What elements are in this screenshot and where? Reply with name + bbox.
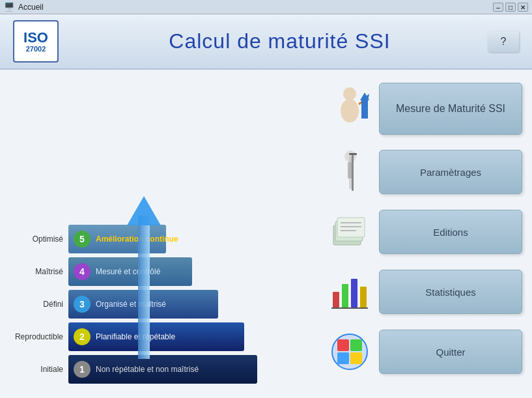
quitter-button[interactable]: Quitter <box>379 330 522 374</box>
editions-button[interactable]: Editions <box>379 210 522 254</box>
svg-rect-26 <box>337 339 349 351</box>
svg-rect-12 <box>349 153 357 155</box>
maximize-button[interactable]: □ <box>505 3 516 12</box>
statistiques-button[interactable]: Statistiques <box>379 270 522 314</box>
right-panel: Mesure de Maturité SSI Paramètrages <box>327 79 522 388</box>
level-3-number: 3 <box>74 296 91 313</box>
row-quitter: Quitter <box>327 326 522 378</box>
help-button[interactable]: ? <box>488 31 519 52</box>
pages-icon <box>330 212 369 251</box>
mesure-maturite-button[interactable]: Mesure de Maturité SSI <box>379 83 522 135</box>
level-5-number: 5 <box>74 231 91 248</box>
level-4-label: Maîtrisé <box>10 267 68 276</box>
iso-number: 27002 <box>26 45 46 53</box>
close-button[interactable]: ✕ <box>518 3 528 12</box>
worker-icon <box>332 150 368 194</box>
svg-rect-20 <box>342 284 348 307</box>
svg-rect-0 <box>138 216 150 359</box>
editions-icon-area <box>327 209 372 255</box>
level-2-label: Reproductible <box>10 332 68 341</box>
row-mesure: Mesure de Maturité SSI <box>327 79 522 138</box>
svg-rect-22 <box>360 287 367 307</box>
pyramid-container: Optimisé 5 Amélioration continue Maîtris… <box>10 203 244 385</box>
app-header: ISO 27002 Calcul de maturité SSI ? <box>0 14 532 70</box>
parametrages-button[interactable]: Paramètrages <box>379 150 522 194</box>
svg-rect-11 <box>352 153 354 191</box>
row-statistiques: Statistiques <box>327 266 522 318</box>
windows-icon <box>331 333 369 371</box>
title-bar-controls: – □ ✕ <box>493 3 528 12</box>
svg-rect-10 <box>349 156 352 189</box>
left-panel: Optimisé 5 Amélioration continue Maîtris… <box>10 79 317 388</box>
arrow-icon <box>124 196 163 365</box>
person-icon <box>329 86 371 132</box>
quitter-icon-area <box>327 329 372 375</box>
level-1-bar: 1 Non répétable et non maîtrisé <box>68 355 257 384</box>
title-bar-text: Accueil <box>18 3 44 12</box>
level-3-label: Défini <box>10 300 68 309</box>
main-content: Optimisé 5 Amélioration continue Maîtris… <box>0 70 532 398</box>
iso-label: ISO <box>23 31 48 45</box>
level-1-label: Initiale <box>10 365 68 374</box>
mesure-icon-area <box>327 86 372 132</box>
minimize-button[interactable]: – <box>493 3 503 12</box>
level-1-desc: Non répétable et non maîtrisé <box>96 365 199 374</box>
svg-marker-1 <box>127 196 161 225</box>
svg-point-3 <box>341 99 359 122</box>
level-5-label: Optimisé <box>10 235 68 244</box>
statistiques-icon-area <box>327 269 372 315</box>
app-title: Calcul de maturité SSI <box>72 29 488 53</box>
svg-rect-15 <box>337 218 365 237</box>
row-parametrages: Paramètrages <box>327 146 522 198</box>
parametrages-icon-area <box>327 149 372 195</box>
svg-point-2 <box>343 87 356 100</box>
level-1-number: 1 <box>74 361 91 378</box>
level-2-number: 2 <box>74 328 91 345</box>
iso-logo: ISO 27002 <box>13 20 59 63</box>
title-bar: 🖥️ Accueil – □ ✕ <box>0 0 532 14</box>
svg-rect-29 <box>350 352 362 364</box>
svg-rect-19 <box>333 292 339 307</box>
svg-rect-23 <box>331 307 368 309</box>
chart-icon <box>330 272 369 311</box>
svg-rect-28 <box>337 352 349 364</box>
level-4-number: 4 <box>74 263 91 280</box>
svg-rect-7 <box>361 100 368 119</box>
svg-rect-21 <box>351 279 357 307</box>
svg-rect-27 <box>350 339 362 351</box>
row-editions: Editions <box>327 206 522 258</box>
